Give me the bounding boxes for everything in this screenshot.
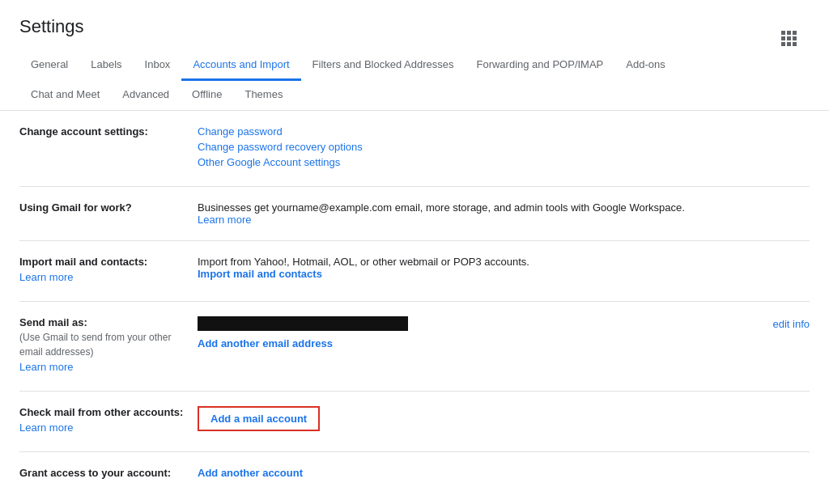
edit-info-link[interactable]: edit info <box>753 318 810 330</box>
import-mail-action[interactable]: Import mail and contacts <box>198 268 322 280</box>
change-account-label: Change account settings: <box>19 125 198 138</box>
send-mail-sub1: (Use Gmail to send from your other <box>19 332 185 343</box>
send-mail-sub2: email addresses) <box>19 346 185 358</box>
send-mail-label: Send mail as: (Use Gmail to send from yo… <box>19 316 198 376</box>
grant-access-value: Add another account <box>198 467 810 479</box>
settings-content: Change account settings: Change password… <box>0 111 829 493</box>
tab-general[interactable]: General <box>19 50 79 81</box>
tab-chat-meet[interactable]: Chat and Meet <box>19 80 111 111</box>
redacted-email <box>198 316 408 331</box>
send-mail-value: edit info Add another email address <box>198 316 810 349</box>
other-google-account-link[interactable]: Other Google Account settings <box>198 156 810 168</box>
import-mail-description: Import from Yahoo!, Hotmail, AOL, or oth… <box>198 256 529 268</box>
import-mail-row: Import mail and contacts: Learn more Imp… <box>19 241 810 302</box>
change-account-value: Change password Change password recovery… <box>198 125 810 172</box>
change-password-recovery-link[interactable]: Change password recovery options <box>198 141 810 153</box>
page-title: Settings <box>19 16 810 37</box>
gmail-for-work-value: Businesses get yourname@example.com emai… <box>198 201 810 226</box>
tab-advanced[interactable]: Advanced <box>111 80 181 111</box>
add-mail-account-button[interactable]: Add a mail account <box>198 406 320 431</box>
grid-icon[interactable] <box>781 31 797 46</box>
tab-inbox[interactable]: Inbox <box>134 50 182 81</box>
grant-access-row: Grant access to your account: Add anothe… <box>19 452 810 493</box>
import-mail-label: Import mail and contacts: Learn more <box>19 256 198 286</box>
check-mail-value: Add a mail account <box>198 406 810 431</box>
import-mail-learn-more[interactable]: Learn more <box>19 271 73 283</box>
add-another-email-link[interactable]: Add another email address <box>198 337 333 349</box>
tab-accounts-import[interactable]: Accounts and Import <box>181 50 300 81</box>
gmail-for-work-description: Businesses get yourname@example.com emai… <box>198 201 685 214</box>
tabs-row1: General Labels Inbox Accounts and Import… <box>19 50 810 80</box>
change-account-settings-row: Change account settings: Change password… <box>19 111 810 187</box>
tab-offline[interactable]: Offline <box>181 80 233 111</box>
settings-page: Settings General Labels Inbox Accounts a… <box>0 0 829 504</box>
tab-filters-blocked[interactable]: Filters and Blocked Addresses <box>301 50 466 81</box>
check-mail-learn-more[interactable]: Learn more <box>19 421 73 434</box>
grant-access-label: Grant access to your account: <box>19 467 198 479</box>
change-password-link[interactable]: Change password <box>198 125 810 138</box>
check-mail-row: Check mail from other accounts: Learn mo… <box>19 392 810 452</box>
tab-forwarding-pop-imap[interactable]: Forwarding and POP/IMAP <box>465 50 614 81</box>
add-another-account-link[interactable]: Add another account <box>198 467 303 479</box>
tab-themes[interactable]: Themes <box>233 80 294 111</box>
settings-header: Settings General Labels Inbox Accounts a… <box>0 0 829 111</box>
tab-add-ons[interactable]: Add-ons <box>614 50 676 81</box>
gmail-for-work-row: Using Gmail for work? Businesses get you… <box>19 187 810 241</box>
send-mail-learn-more[interactable]: Learn more <box>19 361 73 373</box>
import-mail-value: Import from Yahoo!, Hotmail, AOL, or oth… <box>198 256 810 280</box>
send-mail-top: edit info <box>198 316 810 331</box>
gmail-for-work-learn-more[interactable]: Learn more <box>198 214 251 226</box>
send-mail-row: Send mail as: (Use Gmail to send from yo… <box>19 302 810 392</box>
check-mail-label: Check mail from other accounts: Learn mo… <box>19 406 198 437</box>
tabs-row2: Chat and Meet Advanced Offline Themes <box>19 80 810 110</box>
gmail-for-work-label: Using Gmail for work? <box>19 201 198 214</box>
tab-labels[interactable]: Labels <box>79 50 133 81</box>
